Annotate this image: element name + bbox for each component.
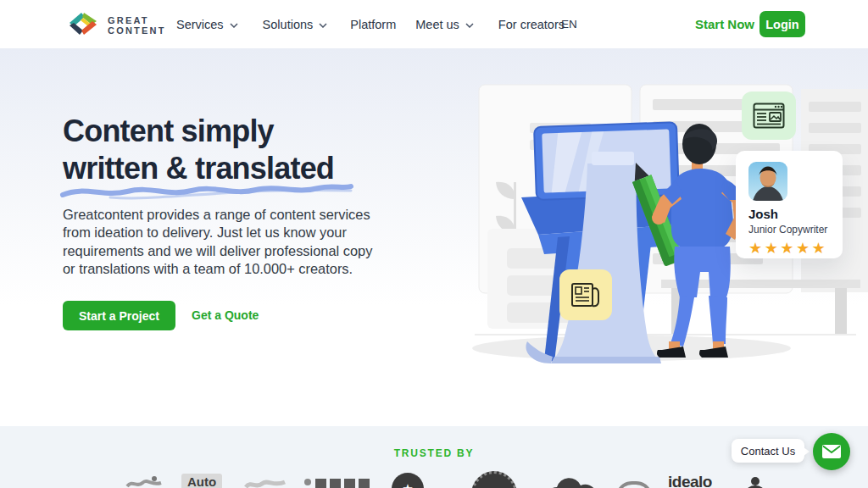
nav-item-for-creators[interactable]: For creators [498,18,565,31]
brand-logo [615,478,654,488]
nav-label: Services [176,18,224,31]
header: GREAT CONTENT Services Solutions Platfor… [0,0,868,48]
brand-logo [125,476,163,488]
contact-chat-button[interactable] [813,433,850,470]
contact-us-tooltip[interactable]: Contact Us [732,439,804,463]
creator-role: Junior Copywriter [748,224,843,236]
webpage-icon [753,103,785,129]
brand-logo: ★ [392,473,424,488]
creator-profile-card: Josh Junior Copywriter ★★★★★ [736,151,843,258]
nav-item-services[interactable]: Services [176,18,238,31]
wave-underline-decoration [59,180,354,202]
main-nav: Services Solutions Platform Meet us For … [176,0,565,48]
nav-label: Solutions [263,18,314,31]
hero-section: Content simply written & translated Grea… [0,48,868,379]
nav-label: For creators [498,18,565,31]
get-quote-link[interactable]: Get a Quote [192,308,259,322]
page: GREAT CONTENT Services Solutions Platfor… [0,0,868,488]
brand-logo [744,477,766,488]
nav-label: Platform [350,18,396,31]
chevron-down-icon [465,23,474,28]
start-project-button[interactable]: Start a Project [63,301,175,330]
article-preview-card [742,92,796,140]
newspaper-icon [570,281,601,308]
news-article-card [559,269,612,320]
hero-paragraph: Greatcontent provides a range of content… [63,206,385,279]
nav-item-meet-us[interactable]: Meet us [415,18,474,31]
brand-logo[interactable]: GREAT CONTENT [66,9,166,42]
chevron-down-icon [319,23,327,28]
language-selector[interactable]: EN [561,18,577,30]
creator-rating-stars: ★★★★★ [748,239,843,258]
creator-avatar [748,162,787,201]
start-now-link[interactable]: Start Now [695,17,754,31]
brand-logo [544,476,597,488]
chevron-down-icon [230,23,238,28]
hero-heading: Content simply written & translated [63,113,334,187]
brand-logo: idealo [668,473,712,488]
brand-logo: C&A [471,471,517,488]
brand-logo-icon [66,9,100,42]
brand-logo [303,477,376,488]
creator-name: Josh [748,207,843,221]
brand-logo [244,479,287,488]
nav-label: Meet us [415,18,459,31]
brand-logo-text: GREAT CONTENT [108,15,166,36]
login-button[interactable]: Login [760,11,805,37]
nav-item-solutions[interactable]: Solutions [263,18,328,31]
nav-item-platform[interactable]: Platform [350,18,396,31]
envelope-icon [822,445,841,458]
brand-logo: Auto [181,474,222,488]
